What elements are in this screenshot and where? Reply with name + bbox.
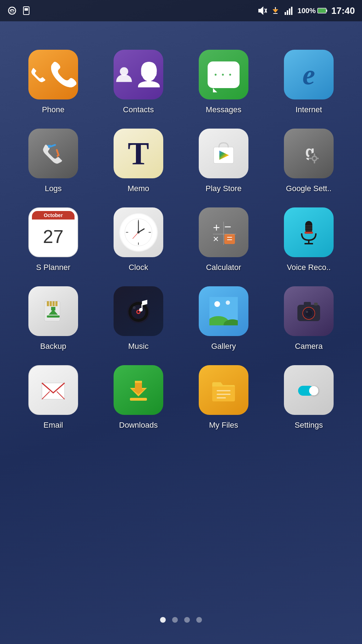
svg-rect-80 bbox=[304, 302, 311, 305]
phone-label: Phone bbox=[42, 105, 65, 114]
backup-icon bbox=[28, 286, 78, 336]
downloads-svg bbox=[124, 376, 153, 404]
app-phone[interactable]: Phone bbox=[11, 43, 96, 121]
playstore-svg bbox=[209, 139, 238, 168]
calendar-month: October bbox=[32, 211, 75, 220]
camera-svg bbox=[295, 297, 323, 325]
status-left-icons: Rx bbox=[7, 6, 31, 16]
battery-indicator: 100% bbox=[297, 7, 328, 15]
myfiles-label: My Files bbox=[209, 421, 238, 430]
svg-rect-60 bbox=[47, 315, 60, 318]
svg-rect-81 bbox=[314, 303, 318, 305]
messages-bubble bbox=[208, 61, 240, 88]
myfiles-svg bbox=[209, 376, 238, 404]
app-calculator[interactable]: + − × = Calculator bbox=[181, 200, 266, 279]
settings-icon bbox=[284, 365, 334, 415]
clock-icon bbox=[114, 207, 163, 257]
clock-face bbox=[119, 213, 158, 252]
downloads-label: Downloads bbox=[119, 421, 158, 430]
svg-text:+: + bbox=[213, 221, 220, 234]
svg-rect-15 bbox=[326, 10, 327, 12]
mute-icon bbox=[257, 6, 267, 16]
svg-point-94 bbox=[309, 386, 318, 395]
svg-text:Rx: Rx bbox=[10, 10, 14, 13]
battery-icon bbox=[317, 7, 328, 14]
music-svg bbox=[124, 297, 153, 325]
app-downloads[interactable]: Downloads bbox=[96, 358, 181, 437]
splanner-label: S Planner bbox=[36, 263, 71, 272]
app-contacts[interactable]: Contacts bbox=[96, 43, 181, 121]
svg-rect-11 bbox=[287, 10, 288, 15]
app-settings[interactable]: Settings bbox=[266, 358, 351, 437]
app-playstore[interactable]: Play Store bbox=[181, 121, 266, 200]
svg-rect-52 bbox=[305, 232, 313, 234]
svg-rect-12 bbox=[289, 9, 290, 15]
app-grid: Phone Contacts Messages Internet bbox=[0, 28, 362, 451]
svg-point-38 bbox=[137, 231, 139, 233]
backup-label: Backup bbox=[40, 342, 66, 351]
app-logs[interactable]: Logs bbox=[11, 121, 96, 200]
svg-rect-16 bbox=[318, 9, 326, 13]
sync-icon bbox=[270, 6, 280, 16]
calculator-icon: + − × = bbox=[199, 207, 248, 257]
app-voicerec[interactable]: Voice Reco.. bbox=[266, 200, 351, 279]
downloads-icon bbox=[114, 365, 163, 415]
clock-svg bbox=[124, 218, 153, 247]
svg-marker-7 bbox=[273, 9, 278, 13]
app-googlesett[interactable]: g Google Sett.. bbox=[266, 121, 351, 200]
calculator-label: Calculator bbox=[206, 263, 241, 272]
gallery-svg bbox=[209, 297, 238, 325]
clock-label: Clock bbox=[128, 263, 148, 272]
playstore-icon bbox=[199, 129, 248, 178]
svg-rect-87 bbox=[130, 398, 147, 401]
logs-icon bbox=[28, 129, 78, 178]
settings-svg bbox=[295, 376, 323, 404]
status-right-icons: 100% 17:40 bbox=[257, 5, 355, 16]
voicerec-label: Voice Reco.. bbox=[287, 263, 331, 272]
svg-rect-13 bbox=[291, 7, 292, 15]
app-camera[interactable]: Camera bbox=[266, 279, 351, 358]
logs-svg bbox=[39, 139, 67, 168]
voicerec-svg bbox=[295, 218, 323, 247]
svg-point-78 bbox=[306, 311, 308, 313]
phone-icon bbox=[28, 50, 78, 99]
svg-point-72 bbox=[214, 301, 220, 307]
svg-rect-57 bbox=[55, 301, 57, 306]
messages-icon bbox=[199, 50, 248, 99]
page-dot-2[interactable] bbox=[172, 617, 178, 623]
googlesett-label: Google Sett.. bbox=[286, 184, 331, 193]
app-music[interactable]: Music bbox=[96, 279, 181, 358]
memo-label: Memo bbox=[127, 184, 149, 193]
app-internet[interactable]: Internet bbox=[266, 43, 351, 121]
page-dot-1[interactable] bbox=[160, 617, 166, 623]
svg-rect-54 bbox=[47, 301, 49, 306]
app-clock[interactable]: Clock bbox=[96, 200, 181, 279]
app-email[interactable]: Email bbox=[11, 358, 96, 437]
svg-marker-4 bbox=[258, 6, 263, 15]
svg-rect-55 bbox=[50, 301, 52, 306]
svg-point-25 bbox=[313, 157, 316, 160]
email-icon bbox=[28, 365, 78, 415]
sim-icon bbox=[21, 6, 31, 16]
app-myfiles[interactable]: My Files bbox=[181, 358, 266, 437]
googlesett-icon: g bbox=[284, 129, 334, 178]
app-backup[interactable]: Backup bbox=[11, 279, 96, 358]
svg-text:=: = bbox=[227, 233, 232, 244]
app-messages[interactable]: Messages bbox=[181, 43, 266, 121]
music-icon bbox=[114, 286, 163, 336]
svg-point-77 bbox=[305, 310, 312, 317]
signal-icon bbox=[284, 6, 294, 16]
contacts-svg bbox=[114, 60, 135, 89]
svg-point-73 bbox=[226, 301, 230, 305]
svg-rect-59 bbox=[51, 307, 55, 310]
page-dot-3[interactable] bbox=[184, 617, 190, 623]
battery-percent: 100% bbox=[297, 7, 316, 15]
camera-icon bbox=[284, 286, 334, 336]
playstore-label: Play Store bbox=[205, 184, 242, 193]
page-dot-4[interactable] bbox=[196, 617, 202, 623]
app-gallery[interactable]: Gallery bbox=[181, 279, 266, 358]
app-splanner[interactable]: October 27 S Planner bbox=[11, 200, 96, 279]
gallery-icon bbox=[199, 286, 248, 336]
app-memo[interactable]: Memo bbox=[96, 121, 181, 200]
calendar-inner: October 27 bbox=[32, 211, 75, 254]
